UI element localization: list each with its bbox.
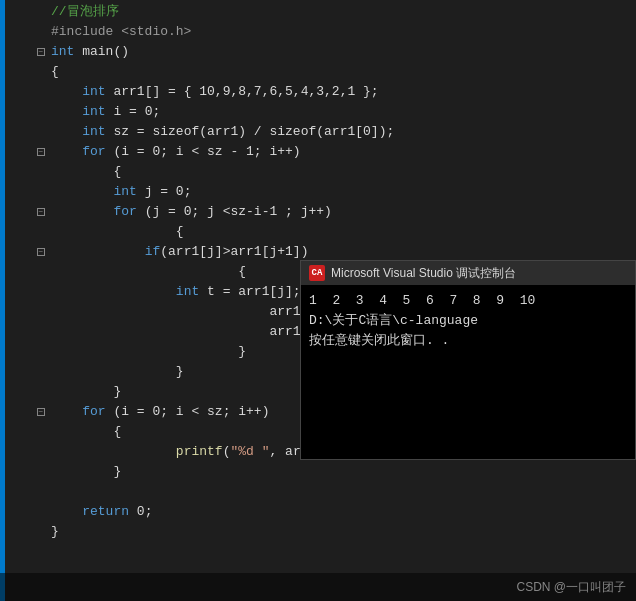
line-content: } bbox=[47, 462, 121, 482]
token-plain: { bbox=[145, 264, 246, 279]
watermark-text: CSDN @一口叫团子 bbox=[516, 579, 626, 596]
line-content bbox=[47, 482, 82, 502]
token-plain: { bbox=[51, 64, 59, 79]
token-keyword: for bbox=[82, 144, 105, 159]
token-plain: main() bbox=[74, 44, 129, 59]
code-line: { bbox=[35, 222, 636, 242]
token-keyword: for bbox=[113, 204, 136, 219]
line-content: } bbox=[47, 522, 59, 542]
code-line: #include <stdio.h> bbox=[35, 22, 636, 42]
line-content: int sz = sizeof(arr1) / sizeof(arr1[0]); bbox=[47, 122, 394, 142]
token-plain: (arr1[j]>arr1[j+1]) bbox=[160, 244, 308, 259]
token-keyword: int bbox=[176, 284, 199, 299]
code-line: − for (j = 0; j <sz-i-1 ; j++) bbox=[35, 202, 636, 222]
code-line: //冒泡排序 bbox=[35, 2, 636, 22]
token-keyword: int bbox=[82, 124, 105, 139]
vs-icon: CA bbox=[309, 265, 325, 281]
line-content: for (i = 0; i < sz; i++) bbox=[47, 402, 269, 422]
token-plain: } bbox=[82, 384, 121, 399]
token-keyword: int bbox=[82, 84, 105, 99]
token-keyword: int bbox=[51, 44, 74, 59]
line-content: { bbox=[47, 62, 59, 82]
line-content: return 0; bbox=[47, 502, 152, 522]
line-content: } bbox=[47, 342, 246, 362]
code-line: } bbox=[35, 462, 636, 482]
watermark: CSDN @一口叫团子 bbox=[0, 573, 636, 601]
token-string: "%d " bbox=[230, 444, 269, 459]
line-content: } bbox=[47, 382, 121, 402]
token-keyword: int bbox=[113, 184, 136, 199]
code-line: { bbox=[35, 62, 636, 82]
token-function: printf bbox=[176, 444, 223, 459]
fold-button[interactable]: − bbox=[37, 148, 45, 156]
token-keyword: int bbox=[82, 104, 105, 119]
line-content: for (j = 0; j <sz-i-1 ; j++) bbox=[47, 202, 332, 222]
token-preprocessor: #include <stdio.h> bbox=[51, 24, 191, 39]
token-plain: } bbox=[145, 344, 246, 359]
console-body: 1 2 3 4 5 6 7 8 9 10D:\关于C语言\c-language按… bbox=[301, 285, 635, 459]
token-plain: { bbox=[82, 424, 121, 439]
line-content: for (i = 0; i < sz - 1; i++) bbox=[47, 142, 301, 162]
line-content: int main() bbox=[47, 42, 129, 62]
token-plain: sz = sizeof(arr1) / sizeof(arr1[0]); bbox=[106, 124, 395, 139]
code-line: int arr1[] = { 10,9,8,7,6,5,4,3,2,1 }; bbox=[35, 82, 636, 102]
code-line: { bbox=[35, 162, 636, 182]
fold-column: − bbox=[35, 48, 47, 56]
line-content: //冒泡排序 bbox=[47, 2, 119, 22]
fold-column: − bbox=[35, 208, 47, 216]
line-content: int arr1[] = { 10,9,8,7,6,5,4,3,2,1 }; bbox=[47, 82, 379, 102]
code-line: } bbox=[35, 522, 636, 542]
code-line: −int main() bbox=[35, 42, 636, 62]
token-comment: //冒泡排序 bbox=[51, 4, 119, 19]
line-content: { bbox=[47, 222, 184, 242]
code-line: int sz = sizeof(arr1) / sizeof(arr1[0]); bbox=[35, 122, 636, 142]
line-content: { bbox=[47, 162, 121, 182]
line-content: if(arr1[j]>arr1[j+1]) bbox=[47, 242, 308, 262]
console-window[interactable]: CA Microsoft Visual Studio 调试控制台 1 2 3 4… bbox=[300, 260, 636, 460]
token-plain: 0; bbox=[129, 504, 152, 519]
editor: //冒泡排序#include <stdio.h>−int main(){ int… bbox=[0, 0, 636, 601]
fold-button[interactable]: − bbox=[37, 48, 45, 56]
token-plain: i = 0; bbox=[106, 104, 161, 119]
console-line: 1 2 3 4 5 6 7 8 9 10 bbox=[309, 291, 627, 311]
code-line: int i = 0; bbox=[35, 102, 636, 122]
token-plain: j = 0; bbox=[137, 184, 192, 199]
fold-button[interactable]: − bbox=[37, 208, 45, 216]
line-content: { bbox=[47, 422, 121, 442]
token-keyword: for bbox=[82, 404, 105, 419]
line-content: { bbox=[47, 262, 246, 282]
code-line: − for (i = 0; i < sz - 1; i++) bbox=[35, 142, 636, 162]
line-content: #include <stdio.h> bbox=[47, 22, 191, 42]
token-keyword: return bbox=[82, 504, 129, 519]
code-line: − if(arr1[j]>arr1[j+1]) bbox=[35, 242, 636, 262]
line-content: int t = arr1[j]; bbox=[47, 282, 301, 302]
fold-column: − bbox=[35, 148, 47, 156]
token-plain: } bbox=[51, 524, 59, 539]
token-plain: (j = 0; j <sz-i-1 ; j++) bbox=[137, 204, 332, 219]
line-content: int i = 0; bbox=[47, 102, 160, 122]
token-plain bbox=[113, 444, 175, 459]
token-keyword: if bbox=[145, 244, 161, 259]
code-line: return 0; bbox=[35, 502, 636, 522]
token-plain: } bbox=[82, 464, 121, 479]
code-line bbox=[35, 482, 636, 502]
console-title: Microsoft Visual Studio 调试控制台 bbox=[331, 265, 516, 282]
line-content: int j = 0; bbox=[47, 182, 191, 202]
gutter bbox=[5, 0, 35, 601]
fold-button[interactable]: − bbox=[37, 408, 45, 416]
line-content: } bbox=[47, 362, 184, 382]
console-line: D:\关于C语言\c-language bbox=[309, 311, 627, 331]
token-plain: (i = 0; i < sz; i++) bbox=[106, 404, 270, 419]
token-plain: } bbox=[113, 364, 183, 379]
token-plain: { bbox=[113, 224, 183, 239]
code-line: int j = 0; bbox=[35, 182, 636, 202]
token-plain: (i = 0; i < sz - 1; i++) bbox=[106, 144, 301, 159]
token-plain: t = arr1[j]; bbox=[199, 284, 300, 299]
fold-button[interactable]: − bbox=[37, 248, 45, 256]
fold-column: − bbox=[35, 248, 47, 256]
fold-column: − bbox=[35, 408, 47, 416]
console-titlebar: CA Microsoft Visual Studio 调试控制台 bbox=[301, 261, 635, 285]
console-line: 按任意键关闭此窗口. . bbox=[309, 331, 627, 351]
token-plain: arr1[] = { 10,9,8,7,6,5,4,3,2,1 }; bbox=[106, 84, 379, 99]
token-plain: { bbox=[82, 164, 121, 179]
